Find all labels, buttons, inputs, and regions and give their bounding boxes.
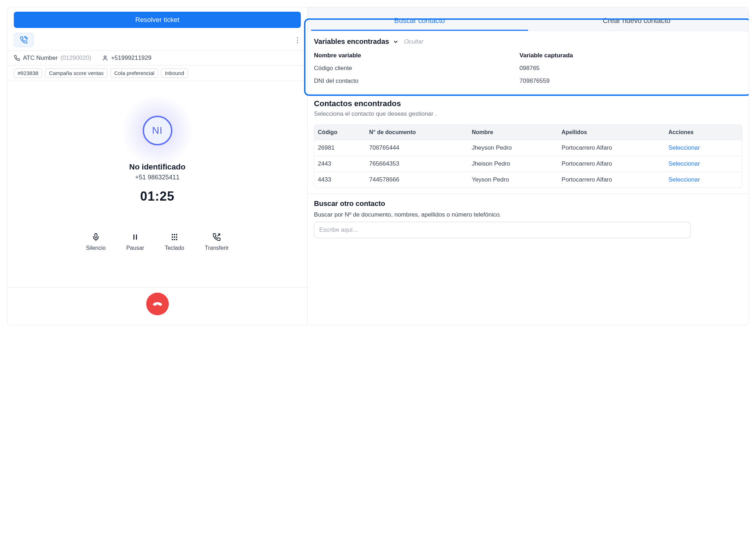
- cell-name: Yeyson Pedro: [468, 172, 558, 188]
- tag-ticket-id: #923838: [14, 68, 42, 78]
- table-row: 4433 744578666 Yeyson Pedro Portocarrero…: [314, 172, 742, 188]
- call-timer: 01:25: [140, 189, 174, 204]
- tab-search-contact[interactable]: Buscar contacto: [311, 11, 528, 31]
- chevron-down-icon: [393, 39, 399, 45]
- svg-point-0: [104, 56, 106, 58]
- person-icon: [102, 55, 108, 61]
- phone-small-icon: [14, 55, 20, 61]
- transfer-icon: [212, 232, 222, 242]
- search-other-subtitle: Buscar por Nº de documento, nombres, ape…: [314, 211, 742, 218]
- resolve-ticket-button[interactable]: Resolver ticket: [14, 12, 301, 28]
- col-actions: Acciones: [665, 125, 742, 140]
- cell-doc: 744578666: [366, 172, 468, 188]
- pause-icon: [130, 232, 140, 242]
- caller-avatar: NI: [129, 102, 186, 159]
- cell-last: Portocarrero Alfaro: [558, 140, 665, 156]
- cell-code: 2443: [314, 156, 366, 172]
- cell-last: Portocarrero Alfaro: [558, 156, 665, 172]
- phone-toolbar-button[interactable]: [14, 33, 34, 47]
- var-value: 098765: [520, 65, 742, 72]
- caller-number-info: +51999211929: [102, 54, 151, 62]
- variables-title[interactable]: Variables encontradas: [314, 38, 399, 46]
- var-name: DNI del contacto: [314, 77, 520, 85]
- search-other-title: Buscar otro contacto: [314, 200, 742, 208]
- keypad-icon: [170, 232, 179, 242]
- tab-create-contact[interactable]: Crear nuevo contacto: [528, 11, 745, 31]
- vars-col-name: Nombre variable: [314, 52, 520, 59]
- hangup-icon: [152, 299, 163, 309]
- cell-name: Jheyson Pedro: [468, 140, 558, 156]
- more-options-button[interactable]: [294, 35, 301, 45]
- vars-row: DNI del contacto 709876559: [314, 75, 742, 87]
- hide-variables-link[interactable]: Ocultar: [404, 38, 423, 45]
- atc-number: (01290020): [61, 54, 91, 62]
- atc-label: ATC Number: [23, 54, 58, 62]
- pause-button[interactable]: Pausar: [126, 232, 144, 251]
- contacts-table: Código N° de documento Nombre Apellidos …: [314, 125, 742, 188]
- cell-code: 26981: [314, 140, 366, 156]
- svg-point-10: [176, 236, 177, 238]
- col-last: Apellidos: [558, 125, 665, 140]
- avatar-initials: NI: [152, 125, 163, 136]
- svg-line-14: [217, 234, 220, 236]
- contacts-subtitle: Selecciona el contacto que deseas gestio…: [314, 110, 742, 117]
- pause-label: Pausar: [126, 245, 144, 251]
- cell-name: Jheison Pedro: [468, 156, 558, 172]
- mute-label: Silencio: [86, 245, 106, 251]
- tag-direction: Inbound: [161, 68, 188, 78]
- cell-last: Portocarrero Alfaro: [558, 172, 665, 188]
- svg-point-7: [176, 234, 177, 235]
- tag-campaign: Campaña score ventas: [45, 68, 107, 78]
- atc-number-info: ATC Number (01290020): [14, 54, 91, 62]
- keypad-button[interactable]: Teclado: [165, 232, 184, 251]
- col-code: Código: [314, 125, 366, 140]
- svg-rect-1: [95, 234, 97, 238]
- svg-point-13: [176, 239, 177, 240]
- contacts-title: Contactos encontrados: [314, 99, 742, 108]
- caller-phone: +51 986325411: [135, 174, 180, 181]
- vars-row: Código cliente 098765: [314, 62, 742, 75]
- hangup-button[interactable]: [146, 293, 169, 315]
- cell-code: 4433: [314, 172, 366, 188]
- keypad-label: Teclado: [165, 245, 184, 251]
- call-number: +51999211929: [111, 54, 151, 62]
- mute-button[interactable]: Silencio: [86, 232, 106, 251]
- search-other-input[interactable]: [314, 222, 691, 238]
- col-name: Nombre: [468, 125, 558, 140]
- table-row: 26981 708765444 Jheyson Pedro Portocarre…: [314, 140, 742, 156]
- select-contact-link[interactable]: Seleccionar: [669, 144, 700, 151]
- col-doc: N° de documento: [366, 125, 468, 140]
- svg-point-5: [172, 234, 173, 235]
- svg-point-12: [174, 239, 175, 240]
- vars-col-value: Variable capturada: [520, 52, 742, 59]
- select-contact-link[interactable]: Seleccionar: [669, 160, 700, 167]
- transfer-label: Transferir: [205, 245, 229, 251]
- select-contact-link[interactable]: Seleccionar: [669, 176, 700, 183]
- cell-doc: 708765444: [366, 140, 468, 156]
- svg-point-6: [174, 234, 175, 235]
- tag-queue: Cola preferencial: [110, 68, 158, 78]
- svg-point-11: [172, 239, 173, 240]
- cell-doc: 765664353: [366, 156, 468, 172]
- var-value: 709876559: [520, 77, 742, 85]
- var-name: Código cliente: [314, 65, 520, 72]
- phone-icon: [20, 36, 28, 44]
- variables-title-text: Variables encontradas: [314, 38, 389, 46]
- svg-point-9: [174, 236, 175, 238]
- table-row: 2443 765664353 Jheison Pedro Portocarrer…: [314, 156, 742, 172]
- svg-point-8: [172, 236, 173, 238]
- transfer-button[interactable]: Transferir: [205, 232, 229, 251]
- mic-icon: [91, 232, 101, 242]
